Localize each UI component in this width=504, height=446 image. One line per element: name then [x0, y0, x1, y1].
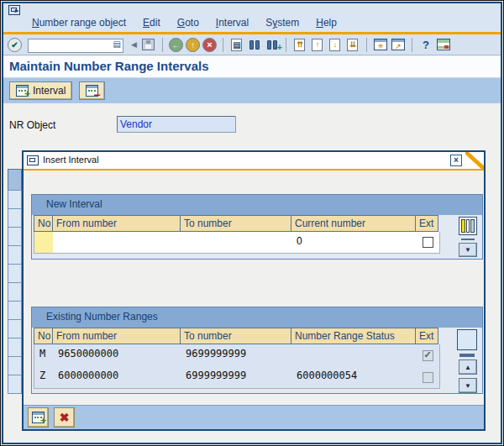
background-table-row-selector[interactable]	[8, 375, 22, 394]
dropdown-icon[interactable]: ▼	[459, 243, 477, 257]
insert-interval-dialog: Insert Interval × New Interval No From n…	[22, 150, 486, 431]
save-button[interactable]	[141, 37, 156, 53]
first-page-button[interactable]: ⇈	[292, 37, 307, 53]
menu-system[interactable]: System	[257, 16, 307, 30]
dialog-body: New Interval No From number To number Cu…	[24, 171, 484, 429]
scroll-up-icon[interactable]: ▲	[459, 359, 477, 375]
nr-object-label: NR Object	[9, 119, 55, 131]
row-from: 9650000000	[53, 344, 181, 366]
sap-window: ▸ Number range object Edit Goto Interval…	[0, 0, 504, 446]
background-table-strip	[8, 169, 22, 394]
new-session-icon: ✳	[374, 39, 387, 50]
scrollbar-track[interactable]	[457, 329, 477, 350]
menu-help[interactable]: Help	[307, 16, 345, 30]
interval-button[interactable]: + Interval	[9, 81, 72, 100]
existing-ranges-table: No From number To number Number Range St…	[34, 328, 440, 389]
new-interval-panel: New Interval No From number To number Cu…	[31, 194, 483, 260]
toolbar-separator	[366, 38, 367, 52]
previous-page-icon: ↑	[312, 39, 323, 51]
save-icon	[142, 39, 155, 50]
ext-cell	[416, 366, 439, 388]
background-table-row-selector[interactable]	[8, 338, 22, 357]
command-history-icon[interactable]: ▤	[113, 39, 121, 50]
toolbar-separator	[162, 38, 163, 52]
last-page-button[interactable]: ⇊	[345, 37, 360, 53]
customize-layout-button[interactable]	[436, 37, 451, 53]
next-page-icon: ↓	[329, 39, 340, 51]
background-table-row-selector[interactable]	[8, 319, 22, 338]
dialog-button-bar: + ✖	[24, 405, 484, 429]
interval-button-label: Interval	[33, 85, 66, 97]
toolbar-separator	[412, 38, 412, 52]
print-button[interactable]: ▤	[229, 37, 244, 53]
next-page-button[interactable]: ↓	[328, 37, 343, 53]
ext-checkbox[interactable]	[423, 237, 433, 248]
new-interval-section-title: New Interval	[32, 195, 482, 215]
print-icon: ▤	[231, 39, 242, 51]
row-from: 6000000000	[53, 366, 181, 388]
column-header-no: No	[34, 328, 52, 344]
cancel-icon[interactable]: ×	[202, 38, 217, 52]
existing-rows: M 9650000000 9699999999 Z 6000000000 699…	[34, 344, 440, 389]
table-settings-icon[interactable]	[459, 217, 477, 235]
help-button[interactable]: ?	[418, 37, 433, 53]
current-number-input[interactable]: 0	[291, 232, 416, 253]
find-icon	[249, 40, 260, 50]
nr-object-field[interactable]: Vendor	[117, 116, 236, 133]
new-session-button[interactable]: ✳	[373, 37, 388, 53]
dialog-corner-fold	[465, 152, 484, 169]
toolbar-separator	[286, 38, 286, 52]
background-table-row-selector[interactable]	[8, 208, 22, 228]
no-input[interactable]	[34, 232, 53, 253]
scrollbar-thumb[interactable]	[459, 354, 475, 357]
standard-toolbar: ✔ ▤ ◀ ← ↑ × ▤ + ⇈ ↑ ↓ ⇊ ✳ ↗ ?	[2, 34, 502, 55]
new-interval-row: 0	[34, 232, 440, 254]
menu-bar: ▸ Number range object Edit Goto Interval…	[2, 2, 502, 32]
shortcut-icon: ↗	[391, 39, 405, 50]
from-number-input[interactable]	[53, 232, 181, 253]
find-next-button[interactable]: +	[265, 37, 280, 53]
column-header-from: From number	[52, 328, 180, 344]
background-table-row-selector[interactable]	[8, 301, 22, 320]
background-table-row-selector[interactable]	[8, 356, 22, 375]
menu-number-range-object[interactable]: Number range object	[24, 16, 134, 30]
dialog-close-icon[interactable]: ×	[450, 155, 462, 166]
menu-interval[interactable]: Interval	[207, 16, 257, 30]
create-shortcut-button[interactable]: ↗	[391, 37, 406, 53]
collapse-command-field-icon[interactable]: ◀	[129, 40, 139, 49]
delete-interval-button[interactable]: −	[79, 81, 105, 100]
page-title: Maintain Number Range Intervals	[9, 59, 209, 73]
back-icon[interactable]: ←	[169, 38, 183, 52]
menu-goto[interactable]: Goto	[169, 16, 207, 30]
previous-page-button[interactable]: ↑	[310, 37, 325, 53]
column-header-to: To number	[180, 215, 291, 232]
scroll-down-icon[interactable]: ▼	[459, 378, 477, 393]
to-number-input[interactable]	[181, 232, 291, 253]
insert-button[interactable]: +	[28, 407, 49, 428]
dialog-system-icon[interactable]	[27, 155, 39, 165]
column-header-no: No	[34, 215, 52, 232]
background-table-row-selector[interactable]	[8, 227, 22, 246]
background-table-row-selector[interactable]	[8, 264, 22, 283]
menu-edit[interactable]: Edit	[134, 16, 169, 30]
interval-add-icon: +	[16, 85, 29, 97]
command-field-input[interactable]	[28, 39, 123, 53]
application-toolbar: + Interval −	[2, 77, 502, 103]
cancel-x-icon: ✖	[60, 411, 70, 424]
background-table-row-selector[interactable]	[8, 282, 22, 302]
table-row[interactable]: M 9650000000 9699999999	[34, 344, 439, 366]
cancel-button[interactable]: ✖	[54, 407, 75, 428]
background-table-corner[interactable]	[8, 169, 22, 191]
table-row[interactable]: Z 6000000000 6999999999 6000000054	[34, 366, 439, 388]
background-table-row-selector[interactable]	[8, 190, 22, 209]
exit-icon[interactable]: ↑	[186, 38, 200, 52]
dialog-titlebar[interactable]: Insert Interval ×	[24, 152, 484, 169]
find-button[interactable]	[247, 37, 262, 53]
column-header-to: To number	[180, 328, 291, 344]
enter-icon[interactable]: ✔	[8, 38, 22, 52]
existing-ranges-section-title: Existing Number Ranges	[32, 307, 482, 328]
system-menu-icon[interactable]: ▸	[8, 5, 20, 15]
background-table-row-selector[interactable]	[8, 245, 22, 265]
ext-checkbox	[423, 372, 433, 383]
existing-header-row: No From number To number Number Range St…	[34, 328, 440, 344]
